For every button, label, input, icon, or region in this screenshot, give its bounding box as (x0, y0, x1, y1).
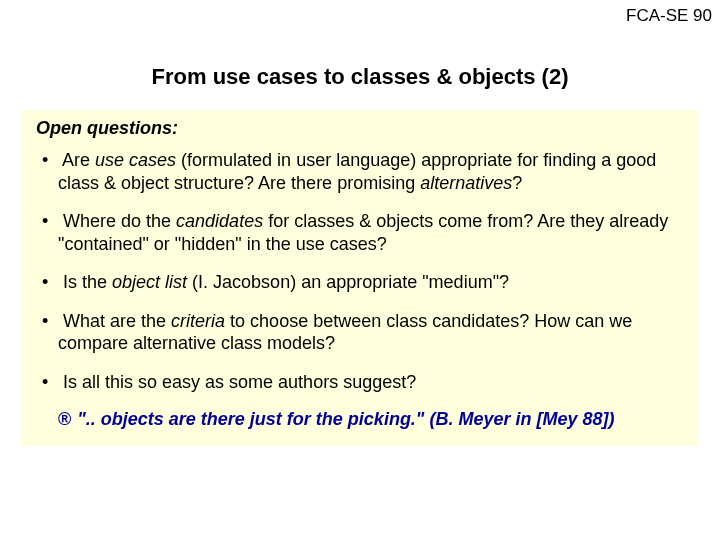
slide-number-label: FCA-SE 90 (626, 6, 712, 26)
arrow-icon: ® (58, 409, 77, 430)
bullet-text: (I. Jacobson) an appropriate "medium"? (187, 272, 509, 292)
quote-line: ®".. objects are there just for the pick… (36, 409, 684, 430)
bullet-marker: • (42, 310, 58, 333)
bullet-text: Are (62, 150, 95, 170)
bullet-text: ? (512, 173, 522, 193)
bullet-text: Where do the (63, 211, 176, 231)
bullet-item: • Where do the candidates for classes & … (36, 210, 684, 255)
bullet-emphasis: alternatives (420, 173, 512, 193)
bullet-emphasis: criteria (171, 311, 225, 331)
bullet-marker: • (42, 271, 58, 294)
bullet-emphasis: use cases (95, 150, 176, 170)
bullet-item: • Is the object list (I. Jacobson) an ap… (36, 271, 684, 294)
bullet-item: • Is all this so easy as some authors su… (36, 371, 684, 394)
quote-text: ".. objects are there just for the picki… (77, 409, 614, 429)
bullet-text: Is all this so easy as some authors sugg… (63, 372, 416, 392)
slide-page: FCA-SE 90 From use cases to classes & ob… (0, 0, 720, 540)
slide-title: From use cases to classes & objects (2) (0, 64, 720, 90)
bullet-text: Is the (63, 272, 112, 292)
bullet-item: • What are the criteria to choose betwee… (36, 310, 684, 355)
bullet-marker: • (42, 371, 58, 394)
bullet-marker: • (42, 210, 58, 233)
section-heading: Open questions: (36, 118, 684, 139)
content-panel: Open questions: • Are use cases (formula… (22, 110, 698, 446)
bullet-marker: • (42, 149, 58, 172)
bullet-item: • Are use cases (formulated in user lang… (36, 149, 684, 194)
bullet-emphasis: candidates (176, 211, 263, 231)
bullet-text: What are the (63, 311, 171, 331)
bullet-emphasis: object list (112, 272, 187, 292)
